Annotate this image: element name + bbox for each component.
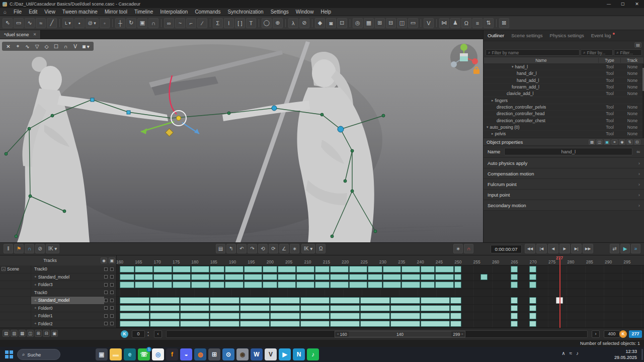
keyframe-block[interactable] — [421, 297, 450, 304]
keyframe-block[interactable] — [383, 266, 401, 273]
ruler-tick[interactable]: 215 — [322, 259, 331, 264]
keyframe-block[interactable] — [511, 282, 518, 288]
ruler-tick[interactable]: 180 — [190, 259, 199, 264]
linear-interp-icon[interactable]: ∕ — [197, 18, 207, 28]
panels-icon[interactable]: ◫ — [27, 330, 34, 337]
split-panel-icon[interactable]: ⊟ — [386, 18, 396, 28]
keyframe-block[interactable] — [330, 321, 360, 327]
jump-start-button[interactable]: ◀◀ — [525, 244, 535, 253]
menu-interpolation[interactable]: Interpolation — [156, 8, 191, 16]
brackets-icon[interactable]: [ ] — [235, 18, 245, 28]
menu-tween-machine[interactable]: Tween machine — [59, 8, 101, 16]
rig-mode-icon[interactable]: ♟ — [450, 18, 460, 28]
menu-settings[interactable]: Settings — [267, 8, 292, 16]
angle-icon[interactable]: ∠ — [279, 244, 289, 253]
cascadeur-v-icon[interactable]: V — [424, 18, 434, 28]
snap-magnet-icon[interactable]: ∩ — [148, 18, 158, 28]
track-visibility-checkbox[interactable] — [104, 306, 108, 310]
track-name-row[interactable]: −SceneTrack0 — [0, 265, 116, 274]
expand-toggle[interactable]: + — [34, 314, 37, 318]
link-chain-icon[interactable]: ∞ — [164, 18, 174, 28]
dot-mode-icon[interactable]: ◦ — [100, 18, 110, 28]
eye-icon[interactable]: ◉ — [101, 257, 107, 263]
keyframe-block[interactable] — [511, 305, 518, 312]
minimize-button[interactable]: — — [602, 0, 616, 8]
panel-icon[interactable]: ▤ — [216, 244, 225, 253]
outliner-row[interactable]: ▾auto_posing (0)ToolNone — [484, 124, 644, 131]
property-section-fulcrum-point[interactable]: Fulcrum point› — [484, 179, 644, 190]
taskbar-app-edge[interactable]: e — [124, 348, 136, 360]
ik-auto-button[interactable]: IK ▾ — [46, 244, 59, 253]
ruler-tick[interactable]: 210 — [303, 259, 312, 264]
keyframe-block[interactable] — [191, 282, 209, 288]
keyframe-block[interactable] — [296, 282, 314, 288]
keyframe-block[interactable] — [210, 305, 239, 312]
track-lane[interactable] — [117, 297, 644, 305]
keyframe-block[interactable] — [529, 305, 536, 312]
mirror-icon[interactable]: ⋈ — [439, 18, 449, 28]
keyframe-mode-button[interactable]: K — [121, 330, 128, 338]
outliner-row[interactable]: direction_controller_headToolNone — [484, 111, 644, 117]
panel-menu-icon[interactable]: ▤ — [634, 42, 641, 48]
keyframe-block[interactable] — [296, 266, 314, 273]
visibility-v-icon[interactable]: V — [71, 42, 79, 50]
ghost-icon[interactable]: ⊘ — [35, 244, 45, 253]
taskbar-app-cascadeur[interactable]: V — [265, 348, 277, 360]
keyframe-block[interactable] — [435, 282, 453, 288]
name-input[interactable]: hand_l — [504, 148, 632, 155]
scroll-right-button[interactable]: › — [592, 330, 600, 338]
track-lock-checkbox[interactable] — [110, 283, 114, 287]
track-name-row[interactable]: +Folder0 — [0, 305, 116, 313]
keyframe-block[interactable] — [300, 313, 330, 319]
taskbar-app-widgets[interactable]: ▣ — [96, 348, 108, 360]
track-name-cell[interactable]: +Folder0 — [31, 305, 104, 312]
menu-view[interactable]: View — [41, 8, 59, 16]
keyframe-block[interactable] — [278, 274, 296, 281]
ruler-tick[interactable]: 220 — [341, 259, 350, 264]
magnet-icon[interactable]: ∩ — [25, 244, 34, 253]
keyframe-block[interactable] — [511, 321, 518, 327]
play-button[interactable]: ▶ — [559, 244, 570, 253]
rotate-tool-icon[interactable]: ↻ — [126, 18, 136, 28]
keyframe-block[interactable] — [349, 274, 367, 281]
keyframe-block[interactable] — [173, 274, 191, 281]
curve-select-icon[interactable]: ≈ — [36, 18, 46, 28]
keyframe-block[interactable] — [368, 266, 382, 273]
menu-commands[interactable]: Commands — [191, 8, 224, 16]
expand-toggle[interactable]: + — [34, 275, 37, 279]
keyframe-block[interactable] — [450, 313, 461, 319]
keyframe-block[interactable] — [349, 282, 367, 288]
menu-mirror-tool[interactable]: Mirror tool — [101, 8, 131, 16]
loop-icon[interactable]: ⇄ — [610, 244, 619, 253]
ruler-tick[interactable]: 235 — [397, 259, 406, 264]
track-name-row[interactable]: +Folder1 — [0, 312, 116, 320]
chevron-up-icon[interactable]: ∧ — [561, 350, 565, 356]
keyframe-block[interactable] — [401, 266, 420, 273]
keyframe-block[interactable] — [120, 297, 149, 304]
keyframe-block[interactable] — [511, 297, 518, 304]
keyframe-block[interactable] — [300, 321, 330, 327]
teal-panel-icon[interactable]: ▣ — [604, 139, 610, 145]
taskbar-app-whatsapp[interactable]: ☏1 — [138, 348, 150, 360]
camera-dropdown-button[interactable]: ◙ ▾ — [80, 42, 92, 50]
volume-icon[interactable]: ♪ — [576, 350, 579, 356]
polygon-select-icon[interactable]: ◇ — [42, 42, 51, 50]
ruler-tick[interactable]: 265 — [510, 259, 519, 264]
track-lock-checkbox[interactable] — [110, 275, 114, 279]
keyframe-block[interactable] — [330, 305, 360, 312]
track-visibility-checkbox[interactable] — [104, 275, 108, 279]
keyframe-block[interactable] — [240, 313, 270, 319]
circle-outline-icon[interactable]: ◎ — [353, 18, 363, 28]
step-interp-icon[interactable]: ⌐ — [186, 18, 196, 28]
keyframe-block[interactable] — [454, 266, 461, 273]
tween-curve-icon[interactable]: ~ — [175, 18, 185, 28]
remove-track-icon[interactable]: ⊟ — [43, 330, 50, 337]
swap-icon[interactable]: ⇅ — [484, 18, 494, 28]
keyframe-block[interactable] — [150, 313, 180, 319]
property-section-secondary-motion[interactable]: Secondary motion› — [484, 200, 644, 211]
pivot-point-icon[interactable]: • — [74, 18, 85, 28]
ruler-tick[interactable]: 205 — [284, 259, 293, 264]
export-icon[interactable]: » — [631, 244, 640, 253]
pause-icon[interactable]: ‖ — [4, 244, 13, 253]
pen-tool-icon[interactable]: ╱ — [47, 18, 57, 28]
